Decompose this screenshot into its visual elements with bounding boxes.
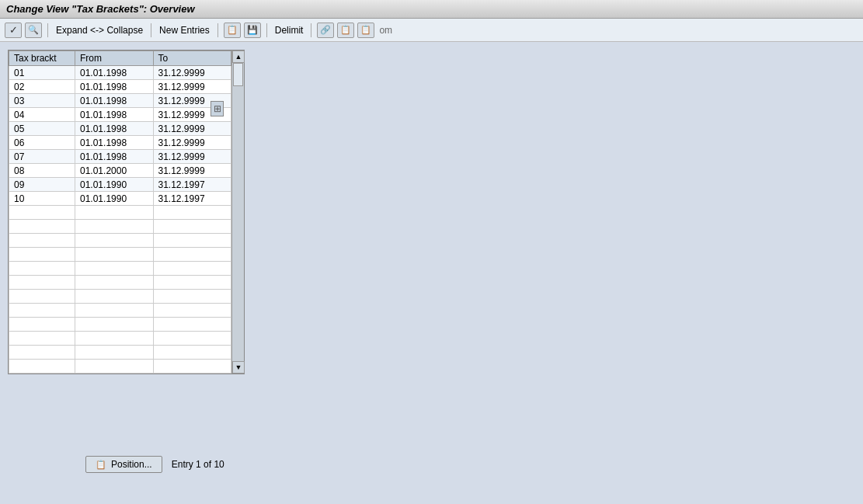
cell-from[interactable]: 01.01.1998 — [75, 108, 153, 122]
oom-text: om — [379, 25, 392, 36]
table-row[interactable]: 0701.01.199831.12.9999 — [9, 150, 231, 164]
cell-to[interactable]: 31.12.1997 — [153, 192, 231, 206]
empty-cell — [9, 318, 75, 332]
empty-cell — [9, 360, 75, 374]
cell-from[interactable]: 01.01.1998 — [75, 136, 153, 150]
empty-table-row — [9, 248, 231, 262]
col-resize-handle[interactable]: ⊞ — [211, 101, 224, 116]
empty-cell — [75, 332, 153, 346]
empty-table-row — [9, 332, 231, 346]
cell-from[interactable]: 01.01.2000 — [75, 164, 153, 178]
empty-cell — [75, 276, 153, 290]
cell-from[interactable]: 01.01.1998 — [75, 150, 153, 164]
cell-from[interactable]: 01.01.1998 — [75, 122, 153, 136]
cell-tax_brackt[interactable]: 03 — [9, 94, 75, 108]
expand-collapse-btn[interactable]: Expand <-> Collapse — [54, 24, 145, 36]
empty-cell — [75, 262, 153, 276]
cell-tax_brackt[interactable]: 06 — [9, 136, 75, 150]
link-icon: 🔗 — [320, 25, 331, 35]
table-row[interactable]: 0401.01.199831.12.9999 — [9, 108, 231, 122]
empty-cell — [9, 304, 75, 318]
col-header-to: To — [153, 51, 231, 66]
empty-table-row — [9, 290, 231, 304]
empty-cell — [153, 360, 231, 374]
scroll-thumb[interactable] — [233, 63, 243, 86]
empty-cell — [153, 206, 231, 220]
search-icon: 🔍 — [28, 25, 39, 35]
empty-cell — [9, 276, 75, 290]
toolbar-icon-5[interactable]: 📋 — [357, 23, 374, 38]
search-btn[interactable]: 🔍 — [25, 23, 42, 38]
col-header-from: From — [75, 51, 153, 66]
table-row[interactable]: 1001.01.199031.12.1997 — [9, 192, 231, 206]
col-header-tax-brackt: Tax brackt — [9, 51, 75, 66]
empty-cell — [153, 262, 231, 276]
checkmark-icon: ✓ — [9, 24, 18, 36]
table-row[interactable]: 0501.01.199831.12.9999 — [9, 122, 231, 136]
position-button[interactable]: 📋 Position... — [85, 456, 162, 473]
table-outer: Tax brackt From To 0101.01.199831.12.999… — [8, 50, 245, 374]
toolbar-icon-4[interactable]: 📋 — [337, 23, 354, 38]
empty-cell — [153, 276, 231, 290]
title-bar: Change View "Tax Brackets": Overview — [0, 0, 863, 19]
toolbar-icon-1[interactable]: 📋 — [224, 23, 241, 38]
toolbar-icon-2[interactable]: 💾 — [244, 23, 261, 38]
empty-cell — [9, 262, 75, 276]
cell-to[interactable]: 31.12.9999 — [153, 80, 231, 94]
empty-cell — [75, 248, 153, 262]
empty-cell — [9, 248, 75, 262]
cell-tax_brackt[interactable]: 10 — [9, 192, 75, 206]
document-icon: 📋 — [360, 25, 371, 35]
cell-to[interactable]: 31.12.9999 — [153, 150, 231, 164]
cell-tax_brackt[interactable]: 04 — [9, 108, 75, 122]
scroll-up-btn[interactable]: ▲ — [232, 50, 245, 63]
cell-from[interactable]: 01.01.1998 — [75, 80, 153, 94]
scroll-track[interactable] — [232, 63, 244, 361]
table-row[interactable]: 0201.01.199831.12.9999 — [9, 80, 231, 94]
delimit-btn[interactable]: Delimit — [273, 24, 306, 36]
cell-from[interactable]: 01.01.1998 — [75, 66, 153, 80]
cell-tax_brackt[interactable]: 07 — [9, 150, 75, 164]
cell-to[interactable]: 31.12.9999 — [153, 66, 231, 80]
empty-cell — [153, 234, 231, 248]
table-row[interactable]: 0901.01.199031.12.1997 — [9, 178, 231, 192]
cell-to[interactable]: 31.12.1997 — [153, 178, 231, 192]
cell-from[interactable]: 01.01.1990 — [75, 192, 153, 206]
vertical-scrollbar[interactable]: ▲ ▼ — [231, 50, 244, 374]
empty-table-row — [9, 318, 231, 332]
position-label: Position... — [111, 459, 152, 470]
cell-tax_brackt[interactable]: 05 — [9, 122, 75, 136]
empty-cell — [9, 290, 75, 304]
cell-tax_brackt[interactable]: 01 — [9, 66, 75, 80]
new-entries-btn[interactable]: New Entries — [157, 24, 212, 36]
table-row[interactable]: 0301.01.199831.12.9999 — [9, 94, 231, 108]
checkmark-btn[interactable]: ✓ — [5, 23, 22, 38]
empty-cell — [153, 332, 231, 346]
toolbar-icon-3[interactable]: 🔗 — [317, 23, 334, 38]
cell-to[interactable]: 31.12.9999 — [153, 164, 231, 178]
entry-info-text: Entry 1 of 10 — [172, 459, 224, 470]
empty-cell — [75, 318, 153, 332]
toolbar: ✓ 🔍 Expand <-> Collapse New Entries 📋 💾 … — [0, 19, 863, 42]
empty-cell — [75, 234, 153, 248]
table-row[interactable]: 0601.01.199831.12.9999 — [9, 136, 231, 150]
empty-cell — [153, 220, 231, 234]
empty-cell — [75, 346, 153, 360]
main-content: Tax brackt From To 0101.01.199831.12.999… — [0, 42, 863, 492]
cell-to[interactable]: 31.12.9999 — [153, 122, 231, 136]
empty-table-row — [9, 346, 231, 360]
empty-cell — [9, 346, 75, 360]
cell-tax_brackt[interactable]: 09 — [9, 178, 75, 192]
cell-from[interactable]: 01.01.1998 — [75, 94, 153, 108]
scroll-down-btn[interactable]: ▼ — [232, 361, 245, 374]
table-row[interactable]: 0101.01.199831.12.9999 — [9, 66, 231, 80]
cell-tax_brackt[interactable]: 08 — [9, 164, 75, 178]
cell-tax_brackt[interactable]: 02 — [9, 80, 75, 94]
table-wrapper: Tax brackt From To 0101.01.199831.12.999… — [9, 50, 231, 374]
empty-cell — [9, 206, 75, 220]
cell-to[interactable]: 31.12.9999 — [153, 136, 231, 150]
status-bar: 📋 Position... Entry 1 of 10 — [85, 456, 224, 473]
cell-from[interactable]: 01.01.1990 — [75, 178, 153, 192]
table-row[interactable]: 0801.01.200031.12.9999 — [9, 164, 231, 178]
empty-cell — [153, 290, 231, 304]
